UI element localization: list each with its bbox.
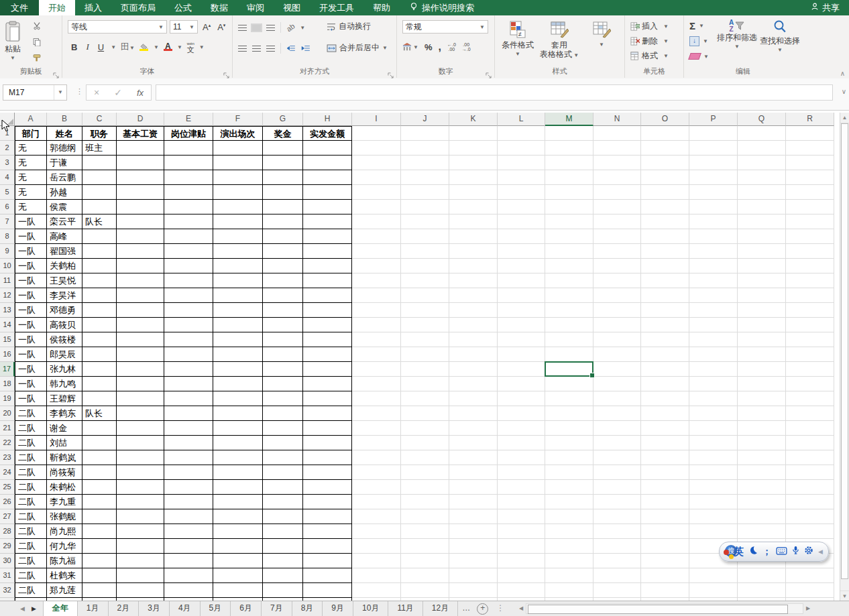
keyboard-icon[interactable] — [776, 546, 787, 558]
cell-M21[interactable] — [545, 421, 593, 436]
cell-K1[interactable] — [449, 126, 498, 141]
cell-G28[interactable] — [263, 524, 303, 539]
cell-B21[interactable]: 谢金 — [47, 421, 82, 436]
cell-B17[interactable]: 张九林 — [47, 362, 82, 377]
cell-B23[interactable]: 靳鹤岚 — [47, 450, 82, 465]
orientation-button[interactable]: ab — [285, 22, 296, 34]
cell-G8[interactable] — [263, 229, 303, 244]
cell-N32[interactable] — [593, 583, 641, 598]
cell-A19[interactable]: 一队 — [15, 391, 47, 406]
microphone-icon[interactable] — [792, 546, 799, 558]
cell-I6[interactable] — [352, 200, 401, 214]
cell-O11[interactable] — [641, 273, 689, 288]
name-box[interactable]: M17 ▼ — [3, 84, 67, 101]
row-header-8[interactable]: 8 — [0, 229, 15, 244]
cell-D28[interactable] — [117, 524, 164, 539]
cell-I17[interactable] — [352, 362, 401, 377]
cell-styles-button[interactable]: ▼ — [581, 21, 622, 50]
column-header-P[interactable]: P — [689, 113, 738, 126]
cell-M19[interactable] — [545, 391, 593, 406]
cell-A23[interactable]: 二队 — [15, 450, 47, 465]
cell-E19[interactable] — [164, 391, 213, 406]
ribbon-tab-公式[interactable]: 公式 — [165, 0, 201, 15]
cell-O4[interactable] — [641, 170, 689, 185]
cell-G13[interactable] — [263, 303, 303, 318]
cell-M12[interactable] — [545, 288, 593, 303]
cell-H8[interactable] — [303, 229, 352, 244]
cell-B5[interactable]: 孙越 — [47, 185, 82, 200]
cell-L19[interactable] — [498, 391, 545, 406]
cell-R17[interactable] — [786, 362, 834, 377]
cell-C15[interactable] — [82, 332, 117, 347]
decrease-font-button[interactable]: A▾ — [215, 22, 227, 32]
cell-D14[interactable] — [117, 318, 164, 332]
cell-J26[interactable] — [401, 495, 449, 509]
cell-R23[interactable] — [786, 450, 834, 465]
sheet-tab-2月[interactable]: 2月 — [109, 601, 139, 616]
cell-F9[interactable] — [213, 244, 263, 259]
cell-B16[interactable]: 郎昊辰 — [47, 347, 82, 362]
cell-O19[interactable] — [641, 391, 689, 406]
column-header-Q[interactable]: Q — [738, 113, 786, 126]
cell-C24[interactable] — [82, 465, 117, 480]
cell-R5[interactable] — [786, 185, 834, 200]
row-header-24[interactable]: 24 — [0, 465, 15, 480]
cell-H3[interactable] — [303, 156, 352, 170]
cell-P24[interactable] — [689, 465, 738, 480]
cell-R3[interactable] — [786, 156, 834, 170]
percent-style-button[interactable]: % — [424, 42, 433, 52]
cell-I22[interactable] — [352, 436, 401, 450]
cell-I23[interactable] — [352, 450, 401, 465]
cell-F17[interactable] — [213, 362, 263, 377]
moon-icon[interactable] — [748, 546, 758, 558]
sheet-nav-right-icon[interactable]: ▶ — [32, 605, 36, 612]
cell-F10[interactable] — [213, 259, 263, 273]
cell-N30[interactable] — [593, 554, 641, 568]
cell-M4[interactable] — [545, 170, 593, 185]
cell-L5[interactable] — [498, 185, 545, 200]
cell-J2[interactable] — [401, 141, 449, 156]
new-sheet-button[interactable]: + — [477, 603, 488, 615]
cell-L18[interactable] — [498, 377, 545, 391]
cell-J22[interactable] — [401, 436, 449, 450]
cell-J3[interactable] — [401, 156, 449, 170]
cell-D23[interactable] — [117, 450, 164, 465]
cell-Q4[interactable] — [738, 170, 786, 185]
cell-A1[interactable]: 部门 — [15, 126, 47, 141]
cell-D4[interactable] — [117, 170, 164, 185]
cell-O13[interactable] — [641, 303, 689, 318]
column-header-J[interactable]: J — [401, 113, 449, 126]
cell-F12[interactable] — [213, 288, 263, 303]
cell-E5[interactable] — [164, 185, 213, 200]
sheet-tab-10月[interactable]: 10月 — [353, 601, 388, 616]
ribbon-tab-开始[interactable]: 开始 — [39, 0, 75, 15]
column-header-K[interactable]: K — [449, 113, 498, 126]
cell-E9[interactable] — [164, 244, 213, 259]
cell-Q31[interactable] — [738, 568, 786, 583]
ime-collapse-icon[interactable]: ◀ — [818, 548, 823, 555]
cell-B9[interactable]: 翟国强 — [47, 244, 82, 259]
cell-K18[interactable] — [449, 377, 498, 391]
cell-Q28[interactable] — [738, 524, 786, 539]
cell-B7[interactable]: 栾云平 — [47, 214, 82, 229]
cell-F31[interactable] — [213, 568, 263, 583]
cell-D17[interactable] — [117, 362, 164, 377]
cell-Q23[interactable] — [738, 450, 786, 465]
cell-A14[interactable]: 一队 — [15, 318, 47, 332]
cell-M5[interactable] — [545, 185, 593, 200]
cell-G9[interactable] — [263, 244, 303, 259]
cell-D18[interactable] — [117, 377, 164, 391]
cell-G29[interactable] — [263, 539, 303, 554]
cell-P8[interactable] — [689, 229, 738, 244]
cell-A21[interactable]: 二队 — [15, 421, 47, 436]
cell-E31[interactable] — [164, 568, 213, 583]
cell-E28[interactable] — [164, 524, 213, 539]
cell-L11[interactable] — [498, 273, 545, 288]
cell-E15[interactable] — [164, 332, 213, 347]
cell-K4[interactable] — [449, 170, 498, 185]
cell-C21[interactable] — [82, 421, 117, 436]
selected-cell[interactable] — [545, 361, 593, 377]
cell-C29[interactable] — [82, 539, 117, 554]
delete-cells-button[interactable]: 删除 ▼ — [630, 34, 669, 48]
cell-F26[interactable] — [213, 495, 263, 509]
